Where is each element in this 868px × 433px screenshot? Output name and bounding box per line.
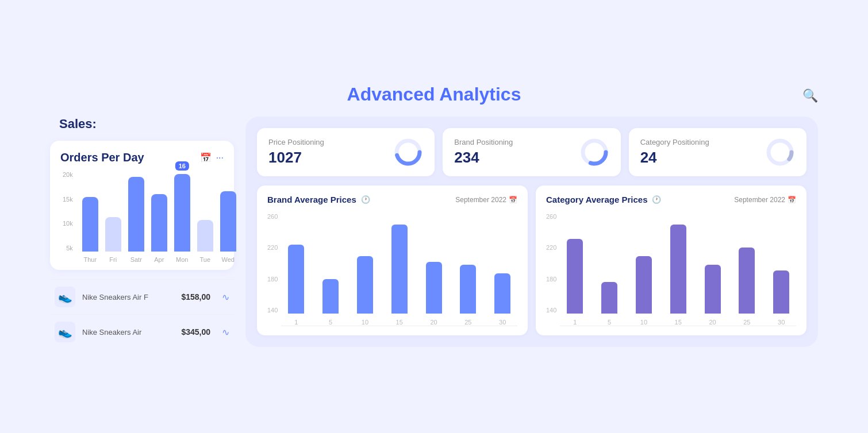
chart-bar (773, 270, 789, 314)
bar-x-label: Satr (130, 256, 142, 263)
chart-bar-col: 20 (419, 262, 449, 326)
chart-x-label: 20 (430, 319, 437, 326)
price-pos-value: 1027 (268, 149, 324, 167)
calendar-icon-brand: 📅 (509, 196, 517, 204)
clock-icon-brand: 🕐 (361, 195, 370, 204)
bar-col: Thur (82, 197, 98, 263)
chart-x-label: 1 (573, 319, 577, 326)
bar (128, 177, 144, 252)
main-layout: Sales: Orders Per Day 📅 ··· 20k 15k 10k … (50, 117, 818, 349)
brand-chart-date-text: September 2022 (455, 196, 506, 204)
chart-bar-col: 1 (281, 245, 311, 326)
chart-bar (391, 225, 408, 314)
brand-y-labels: 260 220 180 140 (267, 213, 278, 314)
product-item[interactable]: 👟 Nike Sneakers Air F $158,00 ∿ (50, 279, 234, 314)
calendar-icon-cat: 📅 (788, 196, 796, 204)
chart-bar-col: 15 (385, 225, 414, 326)
product-price: $158,00 (181, 292, 210, 301)
brand-chart-title: Brand Average Prices (267, 195, 356, 204)
bar-col: Satr (128, 177, 144, 263)
y-label-15k: 15k (63, 196, 73, 203)
chart-bar (670, 225, 686, 314)
price-positioning-card: Price Positioning 1027 (257, 128, 435, 176)
bar-x-label: Wed (222, 256, 235, 263)
bar-col: 16Mon (174, 174, 190, 263)
cat-y-labels: 260 220 180 140 (546, 213, 556, 314)
chart-bar-col: 10 (629, 256, 659, 326)
brand-chart-card: Brand Average Prices 🕐 September 2022 📅 … (257, 185, 528, 335)
trend-icon: ∿ (222, 292, 229, 303)
chart-bar (322, 279, 339, 314)
chart-bar (739, 248, 755, 314)
cat-chart-bars: 151015202530 (560, 226, 796, 326)
product-icon: 👟 (55, 322, 75, 342)
chart-bar (567, 239, 583, 314)
cat-chart-date-text: September 2022 (734, 196, 785, 204)
y-label-5k: 5k (63, 245, 73, 252)
cat-bar-chart-wrapper: 260 220 180 140 151015202530 (546, 211, 796, 326)
bar (151, 194, 167, 252)
chart-bar-col: 15 (663, 225, 693, 326)
product-list: 👟 Nike Sneakers Air F $158,00 ∿ 👟 Nike S… (50, 279, 234, 349)
product-name: Nike Sneakers Air (82, 328, 174, 337)
chart-bar-col: 5 (594, 282, 624, 326)
orders-icons: 📅 ··· (200, 152, 224, 163)
bar (105, 217, 121, 252)
bar (220, 191, 236, 252)
chart-x-label: 15 (396, 319, 403, 326)
cat-chart-date[interactable]: September 2022 📅 (734, 196, 796, 204)
chart-bar (705, 265, 721, 314)
chart-x-label: 10 (362, 319, 368, 326)
chart-bar-col: 5 (316, 279, 345, 326)
brand-chart-bars: 151015202530 (281, 226, 517, 326)
chart-x-label: 30 (499, 319, 506, 326)
y-label-10k: 10k (63, 220, 73, 227)
cat-pos-value: 24 (640, 149, 709, 167)
product-icon: 👟 (55, 287, 75, 307)
category-chart-card: Category Average Prices 🕐 September 2022… (536, 185, 806, 335)
y-axis-labels: 20k 15k 10k 5k (63, 171, 73, 252)
bar-col: Tue (197, 220, 213, 263)
product-name: Nike Sneakers Air F (82, 293, 174, 301)
price-pos-label: Price Positioning (268, 138, 324, 146)
bars-container: ThurFriSatrApr16MonTueWed (82, 183, 236, 263)
chart-bar-col: 20 (698, 265, 728, 326)
cat-chart-title: Category Average Prices (546, 195, 647, 204)
calendar-icon[interactable]: 📅 (200, 152, 212, 163)
chart-bar (460, 265, 476, 314)
bar (82, 197, 98, 252)
chart-x-label: 5 (608, 319, 611, 326)
price-donut (393, 137, 423, 167)
product-item[interactable]: 👟 Nike Sneakers Air $345,00 ∿ (50, 314, 234, 349)
chart-bar-col: 30 (487, 273, 517, 326)
brand-pos-info: Brand Positioning 234 (454, 138, 513, 167)
chart-x-label: 20 (709, 319, 716, 326)
bar-col: Apr (151, 194, 167, 263)
bar-badge: 16 (175, 161, 189, 171)
brand-donut (579, 137, 609, 167)
chart-bar-col: 25 (732, 248, 762, 326)
bar-col: Fri (105, 217, 121, 263)
bar-x-label: Thur (83, 256, 97, 263)
brand-chart-header: Brand Average Prices 🕐 September 2022 📅 (267, 195, 517, 204)
bar-x-label: Tue (199, 256, 210, 263)
chart-bar-col: 30 (766, 270, 796, 326)
search-icon[interactable]: 🔍 (802, 88, 818, 103)
bar-x-label: Fri (109, 256, 117, 263)
chart-x-label: 15 (675, 319, 682, 326)
chart-bar (288, 245, 304, 314)
brand-chart-date[interactable]: September 2022 📅 (455, 196, 517, 204)
chart-bar (426, 262, 442, 314)
cat-pos-label: Category Positioning (640, 138, 709, 146)
more-icon[interactable]: ··· (216, 153, 224, 163)
chart-x-label: 10 (640, 319, 647, 326)
brand-bar-chart-wrapper: 260 220 180 140 151015202530 (267, 211, 517, 326)
charts-row: Brand Average Prices 🕐 September 2022 📅 … (257, 185, 806, 335)
brand-pos-label: Brand Positioning (454, 138, 513, 146)
category-donut (765, 137, 795, 167)
positioning-row: Price Positioning 1027 Brand Positioning… (257, 128, 806, 176)
category-positioning-card: Category Positioning 24 (629, 128, 806, 176)
page-title: Advanced Analytics (50, 84, 818, 105)
orders-title: Orders Per Day (60, 151, 144, 164)
chart-bar-col: 1 (560, 239, 590, 326)
